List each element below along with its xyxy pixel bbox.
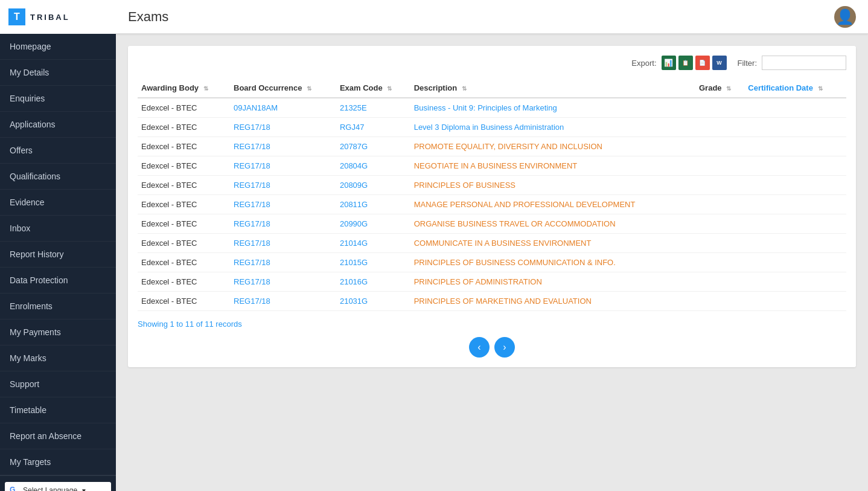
cell-cert-date	[744, 176, 846, 195]
sidebar-item-qualifications[interactable]: Qualifications	[0, 164, 116, 190]
cell-description[interactable]: ORGANISE BUSINESS TRAVEL OR ACCOMMODATIO…	[410, 214, 695, 234]
sidebar-item-support[interactable]: Support	[0, 371, 116, 397]
sidebar-item-my-marks[interactable]: My Marks	[0, 345, 116, 371]
cell-description[interactable]: NEGOTIATE IN A BUSINESS ENVIRONMENT	[410, 156, 695, 176]
logo-text: TRIBAL	[30, 13, 70, 22]
cell-cert-date	[744, 118, 846, 137]
table-row: Edexcel - BTEC REG17/18 20990G ORGANISE …	[138, 214, 846, 234]
table-row: Edexcel - BTEC REG17/18 20811G MANAGE PE…	[138, 195, 846, 214]
export-label: Export:	[631, 59, 656, 68]
cell-exam-code[interactable]: 20804G	[336, 156, 410, 176]
cell-board-occurrence[interactable]: REG17/18	[230, 118, 336, 137]
exams-card: Export: 📊 📋 📄 W Filter:	[128, 46, 856, 367]
showing-records-text: Showing 1 to 11 of 11 records	[138, 319, 846, 329]
sidebar-item-inbox[interactable]: Inbox	[0, 216, 116, 242]
cell-description[interactable]: Level 3 Diploma in Business Administrati…	[410, 118, 695, 137]
cell-board-occurrence[interactable]: REG17/18	[230, 272, 336, 292]
cell-grade	[695, 253, 744, 272]
cell-board-occurrence[interactable]: REG17/18	[230, 176, 336, 195]
cell-board-occurrence[interactable]: REG17/18	[230, 234, 336, 253]
export-word-button[interactable]: W	[712, 56, 727, 70]
cell-grade	[695, 137, 744, 156]
table-row: Edexcel - BTEC 09JAN18AM 21325E Business…	[138, 98, 846, 118]
avatar[interactable]: 👤	[834, 6, 856, 28]
next-page-button[interactable]: ›	[494, 337, 515, 358]
col-exam-code[interactable]: Exam Code ⇅	[336, 79, 410, 98]
prev-page-button[interactable]: ‹	[469, 337, 490, 358]
cell-cert-date	[744, 234, 846, 253]
cell-description[interactable]: PROMOTE EQUALITY, DIVERSITY AND INCLUSIO…	[410, 137, 695, 156]
cell-exam-code[interactable]: 20787G	[336, 137, 410, 156]
filter-input[interactable]	[762, 56, 846, 70]
cell-exam-code[interactable]: 21031G	[336, 292, 410, 311]
sidebar-item-report-absence[interactable]: Report an Absence	[0, 423, 116, 449]
cell-grade	[695, 98, 744, 118]
col-awarding-body[interactable]: Awarding Body ⇅	[138, 79, 230, 98]
sidebar-item-my-details[interactable]: My Details	[0, 60, 116, 86]
col-certification-date[interactable]: Certification Date ⇅	[744, 79, 846, 98]
sidebar-item-evidence[interactable]: Evidence	[0, 190, 116, 216]
sidebar-item-my-targets[interactable]: My Targets	[0, 449, 116, 475]
filter-label: Filter:	[738, 59, 758, 68]
sidebar-item-data-protection[interactable]: Data Protection	[0, 268, 116, 294]
language-selector[interactable]: G Select Language ▼	[5, 482, 111, 491]
cell-grade	[695, 234, 744, 253]
sidebar-item-my-payments[interactable]: My Payments	[0, 319, 116, 345]
table-row: Edexcel - BTEC REG17/18 21031G PRINCIPLE…	[138, 292, 846, 311]
sidebar-item-report-history[interactable]: Report History	[0, 242, 116, 268]
cell-board-occurrence[interactable]: REG17/18	[230, 195, 336, 214]
content-area: Export: 📊 📋 📄 W Filter:	[116, 34, 868, 491]
word-icon: W	[716, 60, 722, 66]
cell-description[interactable]: PRINCIPLES OF ADMINISTRATION	[410, 272, 695, 292]
cell-board-occurrence[interactable]: REG17/18	[230, 292, 336, 311]
cell-cert-date	[744, 156, 846, 176]
cell-cert-date	[744, 272, 846, 292]
cell-description[interactable]: PRINCIPLES OF BUSINESS COMMUNICATION & I…	[410, 253, 695, 272]
cell-awarding-body: Edexcel - BTEC	[138, 137, 230, 156]
sidebar-item-offers[interactable]: Offers	[0, 138, 116, 164]
cell-description[interactable]: PRINCIPLES OF BUSINESS	[410, 176, 695, 195]
main-content: Exams 👤 Export: 📊 📋 📄	[116, 0, 868, 491]
sidebar-bottom: G Select Language ▼	[0, 475, 116, 491]
cell-board-occurrence[interactable]: REG17/18	[230, 137, 336, 156]
page-header: Exams 👤	[116, 0, 868, 34]
sort-icon: ⇅	[387, 85, 392, 92]
page-title: Exams	[128, 9, 168, 25]
col-grade[interactable]: Grade ⇅	[695, 79, 744, 98]
logo-area: T TRIBAL	[0, 0, 116, 34]
cell-exam-code[interactable]: 21015G	[336, 253, 410, 272]
cell-board-occurrence[interactable]: 09JAN18AM	[230, 98, 336, 118]
sidebar-item-homepage[interactable]: Homepage	[0, 34, 116, 60]
cell-exam-code[interactable]: 20990G	[336, 214, 410, 234]
sort-icon: ⇅	[726, 85, 731, 92]
cell-description[interactable]: MANAGE PERSONAL AND PROFESSIONAL DEVELOP…	[410, 195, 695, 214]
cell-description[interactable]: COMMUNICATE IN A BUSINESS ENVIRONMENT	[410, 234, 695, 253]
cell-board-occurrence[interactable]: REG17/18	[230, 214, 336, 234]
cell-board-occurrence[interactable]: REG17/18	[230, 253, 336, 272]
cell-exam-code[interactable]: 20809G	[336, 176, 410, 195]
cell-description[interactable]: PRINCIPLES OF MARKETING AND EVALUATION	[410, 292, 695, 311]
export-excel-button[interactable]: 📊	[662, 56, 676, 70]
col-board-occurrence[interactable]: Board Occurrence ⇅	[230, 79, 336, 98]
cell-exam-code[interactable]: 20811G	[336, 195, 410, 214]
sidebar-item-enrolments[interactable]: Enrolments	[0, 294, 116, 319]
cell-awarding-body: Edexcel - BTEC	[138, 156, 230, 176]
cell-exam-code[interactable]: 21016G	[336, 272, 410, 292]
cell-exam-code[interactable]: 21325E	[336, 98, 410, 118]
cell-board-occurrence[interactable]: REG17/18	[230, 156, 336, 176]
sidebar-item-applications[interactable]: Applications	[0, 112, 116, 138]
export-csv-button[interactable]: 📋	[678, 56, 693, 70]
language-label: Select Language	[23, 486, 77, 491]
export-pdf-button[interactable]: 📄	[695, 56, 710, 70]
table-row: Edexcel - BTEC REG17/18 20809G PRINCIPLE…	[138, 176, 846, 195]
toolbar: Export: 📊 📋 📄 W Filter:	[138, 56, 846, 70]
cell-exam-code[interactable]: RGJ47	[336, 118, 410, 137]
cell-description[interactable]: Business - Unit 9: Principles of Marketi…	[410, 98, 695, 118]
table-row: Edexcel - BTEC REG17/18 20804G NEGOTIATE…	[138, 156, 846, 176]
sidebar-item-timetable[interactable]: Timetable	[0, 397, 116, 423]
col-description[interactable]: Description ⇅	[410, 79, 695, 98]
table-row: Edexcel - BTEC REG17/18 20787G PROMOTE E…	[138, 137, 846, 156]
pdf-icon: 📄	[699, 60, 706, 66]
cell-exam-code[interactable]: 21014G	[336, 234, 410, 253]
sidebar-item-enquiries[interactable]: Enquiries	[0, 86, 116, 112]
